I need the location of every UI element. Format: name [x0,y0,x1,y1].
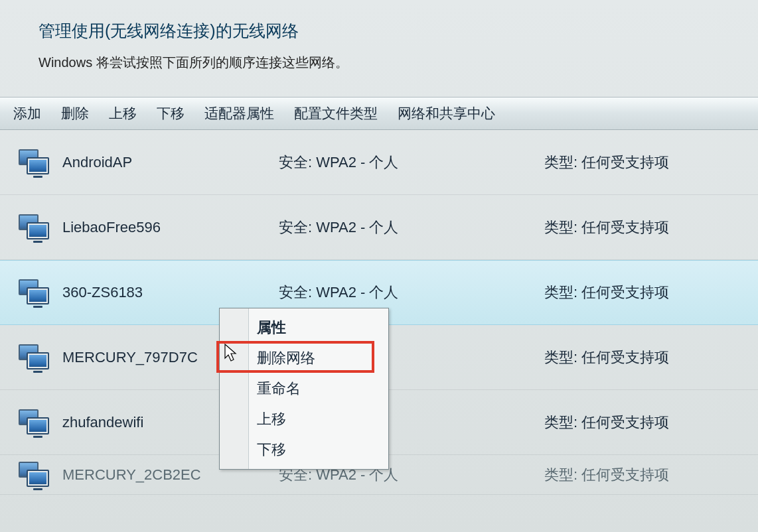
context-menu-item[interactable]: 属性 [220,312,388,343]
network-type: 类型: 任何受支持项 [544,283,745,302]
toolbar-adapter-props[interactable]: 适配器属性 [204,104,274,123]
network-security: 安全: WPA2 - 个人 [279,218,544,237]
toolbar-add[interactable]: 添加 [13,104,41,123]
network-security: 安全: WPA2 - 个人 [279,153,544,172]
manage-wireless-window: 管理使用(无线网络连接)的无线网络 Windows 将尝试按照下面所列的顺序连接… [0,0,758,532]
network-name: LiebaoFree596 [60,219,279,236]
header-block: 管理使用(无线网络连接)的无线网络 Windows 将尝试按照下面所列的顺序连接… [0,20,758,97]
context-menu: 属性删除网络重命名上移下移 [219,308,389,470]
network-type: 类型: 任何受支持项 [544,465,745,485]
network-security: 安全: WPA2 - 个人 [279,283,544,302]
toolbar-network-center[interactable]: 网络和共享中心 [398,104,495,123]
toolbar-move-down[interactable]: 下移 [157,104,185,123]
page-title: 管理使用(无线网络连接)的无线网络 [38,20,720,42]
toolbar: 添加 删除 上移 下移 适配器属性 配置文件类型 网络和共享中心 [0,97,758,130]
network-icon [7,278,60,307]
network-icon [7,460,60,490]
context-menu-item[interactable]: 重命名 [220,373,388,404]
network-name: 360-ZS6183 [60,284,279,301]
network-type: 类型: 任何受支持项 [544,153,745,172]
network-icon [7,408,60,437]
context-menu-item[interactable]: 删除网络 [220,343,388,373]
network-type: 类型: 任何受支持项 [544,348,745,367]
network-icon [7,148,60,177]
network-type: 类型: 任何受支持项 [544,413,745,432]
network-icon [7,213,60,242]
context-menu-item[interactable]: 下移 [220,434,388,465]
page-subtitle: Windows 将尝试按照下面所列的顺序连接这些网络。 [38,54,720,72]
network-type: 类型: 任何受支持项 [544,218,745,237]
toolbar-profile-types[interactable]: 配置文件类型 [294,104,378,123]
network-icon [7,343,60,372]
network-row[interactable]: AndroidAP安全: WPA2 - 个人类型: 任何受支持项 [0,130,758,195]
context-menu-item[interactable]: 上移 [220,404,388,434]
toolbar-remove[interactable]: 删除 [61,104,89,123]
network-name: AndroidAP [60,154,279,171]
toolbar-move-up[interactable]: 上移 [109,104,137,123]
network-row[interactable]: LiebaoFree596安全: WPA2 - 个人类型: 任何受支持项 [0,195,758,260]
